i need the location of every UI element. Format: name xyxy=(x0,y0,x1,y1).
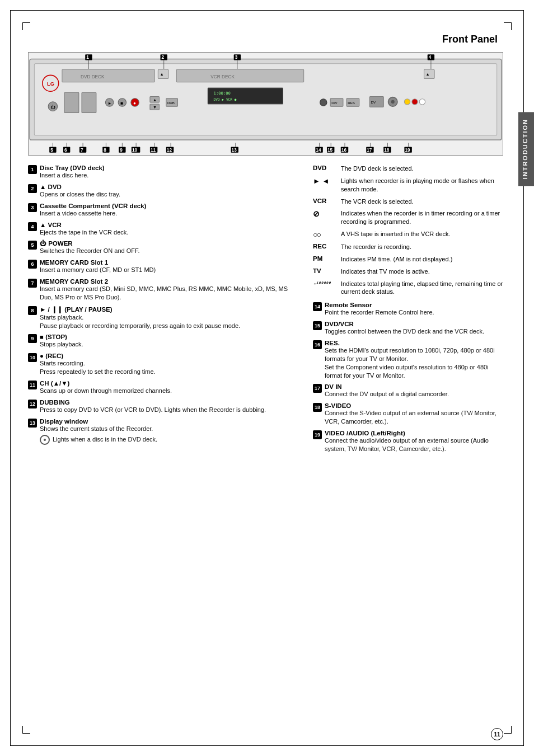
page-number: 11 xyxy=(491,728,503,740)
page-border-top xyxy=(10,10,524,11)
svg-text:18: 18 xyxy=(384,148,390,153)
section-tab: INTRODUCTION xyxy=(518,112,534,186)
item-19: 19 VIDEO /AUDIO (Left/Right) Connect the… xyxy=(313,430,503,453)
item-16-desc: Sets the HDMI's output resolution to 108… xyxy=(325,346,503,379)
svg-rect-8 xyxy=(176,69,303,82)
item-13: 13 Display window Shows the current stat… xyxy=(28,418,302,445)
disc-icon xyxy=(40,435,50,445)
svg-text:5: 5 xyxy=(50,148,53,153)
item-1-title: Disc Tray (DVD deck) xyxy=(40,165,302,171)
item-16-title: RES. xyxy=(325,340,503,346)
indicator-vhs: ○○ A VHS tape is inserted in the VCR dec… xyxy=(313,230,503,239)
svg-text:DUB: DUB xyxy=(167,101,175,105)
svg-point-40 xyxy=(404,99,410,105)
svg-text:14: 14 xyxy=(316,148,321,153)
svg-text:VCR DECK: VCR DECK xyxy=(210,74,235,79)
indicator-play: ► ◄ Lights when recorder is in playing m… xyxy=(313,177,503,194)
item-3-title: Cassette Compartment (VCR deck) xyxy=(40,203,302,209)
svg-text:■: ■ xyxy=(120,101,123,106)
item-7-desc: Insert a memory card (SD, Mini SD, MMC, … xyxy=(40,285,302,302)
indicator-pm: PM Indicates PM time. (AM is not display… xyxy=(313,255,503,264)
svg-text:●: ● xyxy=(133,101,136,106)
svg-rect-17 xyxy=(64,92,79,112)
svg-text:17: 17 xyxy=(367,148,372,153)
item-7-title: MEMORY CARD Slot 2 xyxy=(40,278,302,285)
svg-text:6: 6 xyxy=(64,148,67,153)
svg-text:7: 7 xyxy=(81,148,83,153)
svg-text:1: 1 xyxy=(86,55,89,60)
item-17-desc: Connect the DV output of a digital camco… xyxy=(325,390,503,398)
svg-point-39 xyxy=(391,100,395,104)
item-11: 11 CH (▲/▼) Scans up or down through mem… xyxy=(28,380,302,395)
item-6-desc: Insert a memory card (CF, MD or ST1 MD) xyxy=(40,266,302,274)
item-19-title: VIDEO /AUDIO (Left/Right) xyxy=(325,430,503,436)
item-14-title: Remote Sensor xyxy=(325,302,503,308)
indicator-dvd: DVD The DVD deck is selected. xyxy=(313,165,503,173)
svg-text:▲: ▲ xyxy=(153,97,157,102)
item-5: 5 ⏻ POWER Switches the Recorder ON and O… xyxy=(28,240,302,255)
item-10-desc: Starts recording. Press repeatedly to se… xyxy=(40,359,302,376)
left-column: 1 Disc Tray (DVD deck) Insert a disc her… xyxy=(28,165,302,457)
item-1-desc: Insert a disc here. xyxy=(40,171,302,180)
svg-rect-12 xyxy=(208,88,283,104)
item-15-title: DVD/VCR xyxy=(325,321,503,327)
item-8-desc: Starts playback. Pause playback or recor… xyxy=(40,313,302,330)
svg-text:▼: ▼ xyxy=(153,105,157,110)
svg-text:▲: ▲ xyxy=(426,72,430,77)
svg-text:2: 2 xyxy=(162,55,165,60)
svg-text:DVD ▶ VCR ●: DVD ▶ VCR ● xyxy=(214,97,237,101)
item-13-sub: Lights when a disc is in the DVD deck. xyxy=(40,435,302,445)
item-1: 1 Disc Tray (DVD deck) Insert a disc her… xyxy=(28,165,302,180)
item-2: 2 ▲ DVD Opens or closes the disc tray. xyxy=(28,184,302,199)
device-diagram: LG DVD DECK ▲ VCR DECK ▲ 1:00:00 DVD ▶ V… xyxy=(28,52,503,156)
svg-rect-18 xyxy=(82,92,96,112)
indicator-time: -ⁱ⁰⁰⁰⁰⁰ Indicates total playing time, el… xyxy=(313,280,503,297)
item-13-title: Display window xyxy=(40,418,302,425)
item-17: 17 DV IN Connect the DV output of a digi… xyxy=(313,383,503,398)
indicator-timer: ⊘ Indicates when the recorder is in time… xyxy=(313,209,503,226)
item-15-desc: Toggles control between the DVD deck and… xyxy=(325,327,503,336)
item-4-desc: Ejects the tape in the VCR deck. xyxy=(40,228,302,237)
item-4-title: ▲ VCR xyxy=(40,222,302,228)
svg-text:15: 15 xyxy=(327,148,333,153)
item-6: 6 MEMORY CARD Slot 1 Insert a memory car… xyxy=(28,259,302,274)
item-18: 18 S-VIDEO Connect the S-Video output of… xyxy=(313,402,503,426)
item-6-title: MEMORY CARD Slot 1 xyxy=(40,259,302,266)
svg-text:10: 10 xyxy=(132,148,138,153)
item-19-desc: Connect the audio/video output of an ext… xyxy=(325,436,503,453)
svg-text:16: 16 xyxy=(341,148,347,153)
item-9-title: ■ (STOP) xyxy=(40,334,302,340)
svg-text:DV: DV xyxy=(371,100,376,104)
right-column: DVD The DVD deck is selected. ► ◄ Lights… xyxy=(313,165,503,457)
svg-text:⏻: ⏻ xyxy=(50,105,55,110)
item-13-sub-text: Lights when a disc is in the DVD deck. xyxy=(53,435,157,444)
item-3-desc: Insert a video cassette here. xyxy=(40,209,302,218)
item-5-title: ⏻ POWER xyxy=(40,240,302,247)
svg-text:▲: ▲ xyxy=(160,72,163,77)
svg-text:13: 13 xyxy=(232,148,237,153)
item-13-desc: Shows the current status of the Recorder… xyxy=(40,425,302,433)
item-17-title: DV IN xyxy=(325,383,503,390)
item-15: 15 DVD/VCR Toggles control between the D… xyxy=(313,321,503,336)
item-9: 9 ■ (STOP) Stops playback. xyxy=(28,334,302,349)
svg-text:DVD DECK: DVD DECK xyxy=(81,74,105,79)
indicator-tv: TV Indicates that TV mode is active. xyxy=(313,267,503,276)
item-10: 10 ● (REC) Starts recording. Press repea… xyxy=(28,353,302,376)
svg-text:11: 11 xyxy=(151,148,156,153)
item-4: 4 ▲ VCR Ejects the tape in the VCR deck. xyxy=(28,222,302,237)
item-7: 7 MEMORY CARD Slot 2 Insert a memory car… xyxy=(28,278,302,302)
item-3: 3 Cassette Compartment (VCR deck) Insert… xyxy=(28,203,302,218)
corner-mark-tl xyxy=(22,22,30,30)
item-14: 14 Remote Sensor Point the recorder Remo… xyxy=(313,302,503,317)
svg-text:12: 12 xyxy=(167,148,172,153)
indicator-rec: REC The recorder is recording. xyxy=(313,243,503,251)
indicators-section: DVD The DVD deck is selected. ► ◄ Lights… xyxy=(313,165,503,296)
item-8-title: ► / ❙❙ (PLAY / PAUSE) xyxy=(40,306,302,313)
svg-text:►: ► xyxy=(108,101,112,106)
item-5-desc: Switches the Recorder ON and OFF. xyxy=(40,247,302,255)
item-9-desc: Stops playback. xyxy=(40,340,302,349)
item-12-desc: Press to copy DVD to VCR (or VCR to DVD)… xyxy=(40,406,302,414)
page-border-left xyxy=(10,10,11,746)
page-title: Front Panel xyxy=(28,34,503,45)
svg-text:3: 3 xyxy=(235,55,238,60)
